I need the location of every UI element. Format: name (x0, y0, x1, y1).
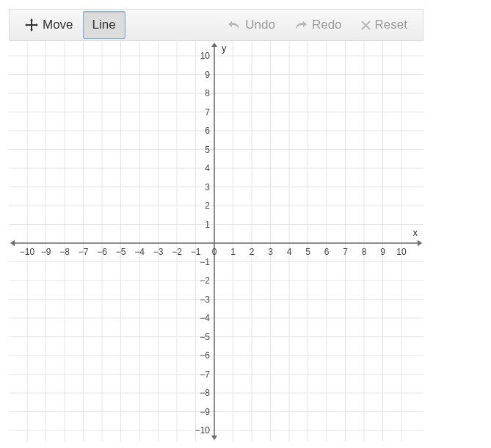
undo-button-label: Undo (245, 18, 275, 32)
toolbar: Move Line Undo Redo Reset (9, 9, 423, 41)
y-tick-label: −10 (195, 425, 211, 436)
y-tick-label: 8 (205, 88, 210, 98)
line-button-label: Line (92, 18, 116, 32)
redo-icon (294, 20, 308, 30)
graphing-app: Move Line Undo Redo Reset −10−9− (9, 9, 423, 441)
y-tick-label: 3 (205, 182, 210, 192)
axes (10, 43, 422, 440)
y-tick-label: 6 (205, 126, 210, 136)
x-tick-label: −4 (134, 247, 145, 257)
y-tick-label: −5 (200, 332, 210, 342)
x-axis-label: x (413, 227, 418, 238)
x-tick-label: 6 (324, 247, 330, 257)
y-tick-label: 2 (205, 200, 210, 211)
x-tick-label: 1 (230, 247, 236, 257)
undo-icon (228, 20, 241, 30)
y-tick-label: −1 (200, 257, 210, 267)
move-button[interactable]: Move (15, 11, 83, 39)
y-tick-label: −9 (200, 407, 210, 417)
svg-marker-48 (418, 240, 422, 246)
y-tick-label: 9 (205, 70, 210, 80)
y-tick-label: 4 (205, 163, 210, 173)
svg-marker-50 (211, 43, 217, 47)
x-tick-label: −8 (59, 247, 70, 257)
x-tick-label: −6 (97, 247, 107, 257)
x-tick-label: −10 (20, 247, 35, 257)
y-tick-label: −4 (200, 313, 210, 323)
reset-button-label: Reset (375, 18, 407, 32)
grid (9, 41, 423, 441)
redo-button-label: Redo (312, 18, 342, 32)
x-tick-label: 0 (212, 247, 217, 257)
redo-button[interactable]: Redo (285, 11, 352, 39)
x-tick-label: −9 (41, 247, 51, 257)
x-tick-label: 8 (362, 247, 367, 257)
x-tick-label: 3 (268, 247, 273, 257)
svg-marker-51 (211, 436, 217, 440)
line-button[interactable]: Line (83, 11, 126, 39)
x-tick-label: −1 (191, 247, 201, 257)
x-tick-label: 7 (343, 247, 348, 257)
x-tick-label: −5 (116, 247, 126, 257)
y-tick-label: 7 (205, 107, 210, 118)
x-tick-label: 2 (250, 247, 255, 257)
y-tick-label: 1 (205, 220, 210, 230)
y-tick-label: 5 (205, 145, 210, 155)
y-tick-label: −6 (200, 350, 210, 361)
x-tick-label: −3 (153, 247, 164, 257)
x-tick-label: 9 (380, 247, 385, 257)
y-axis-label: y (222, 43, 227, 54)
move-button-label: Move (43, 18, 73, 32)
y-tick-label: −8 (200, 388, 210, 398)
x-tick-label: 5 (305, 247, 310, 257)
y-tick-label: 10 (200, 51, 211, 61)
svg-marker-49 (10, 240, 15, 246)
graph-area[interactable]: −10−9−8−7−6−5−4−3−2−1012345678910−10−9−8… (9, 41, 423, 441)
move-icon (25, 18, 38, 32)
reset-button[interactable]: Reset (352, 11, 417, 39)
y-tick-label: −7 (200, 369, 210, 380)
close-icon (361, 21, 371, 30)
x-tick-label: 10 (396, 247, 407, 257)
y-tick-label: −2 (200, 275, 210, 286)
x-tick-label: −2 (172, 247, 182, 257)
y-tick-label: −3 (200, 295, 210, 305)
coordinate-plane[interactable]: −10−9−8−7−6−5−4−3−2−1012345678910−10−9−8… (9, 41, 423, 441)
x-tick-label: −7 (79, 247, 89, 257)
undo-button[interactable]: Undo (218, 11, 285, 39)
x-tick-label: 4 (287, 247, 292, 257)
